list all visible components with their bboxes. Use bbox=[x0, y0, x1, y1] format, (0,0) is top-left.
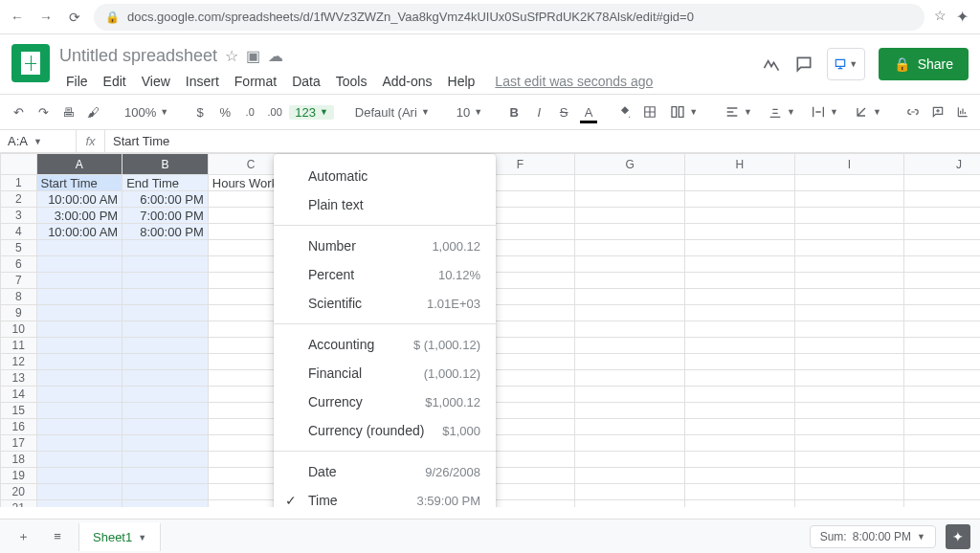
row-header[interactable]: 16 bbox=[1, 419, 37, 435]
fmt-currency[interactable]: Currency$1,000.12 bbox=[274, 387, 496, 416]
browser-address-bar[interactable]: 🔒 docs.google.com/spreadsheets/d/1fWVz3Z… bbox=[94, 4, 924, 31]
row-header[interactable]: 5 bbox=[1, 240, 37, 256]
cell[interactable] bbox=[575, 468, 685, 484]
cell[interactable] bbox=[794, 370, 904, 387]
cell[interactable] bbox=[122, 435, 209, 452]
cell[interactable] bbox=[794, 191, 904, 208]
cell[interactable] bbox=[575, 240, 685, 256]
cell[interactable] bbox=[794, 484, 904, 500]
row-header[interactable]: 21 bbox=[1, 500, 37, 508]
cell[interactable] bbox=[36, 305, 122, 321]
cell[interactable] bbox=[36, 403, 122, 419]
activity-icon[interactable] bbox=[762, 55, 781, 74]
fmt-plaintext[interactable]: Plain text bbox=[274, 190, 496, 219]
cell[interactable] bbox=[794, 452, 904, 468]
cell[interactable] bbox=[122, 240, 209, 256]
text-rotation-button[interactable]: ▼ bbox=[848, 104, 887, 120]
cell[interactable] bbox=[575, 273, 685, 289]
cell[interactable] bbox=[122, 273, 209, 289]
cell[interactable] bbox=[684, 403, 794, 419]
cell[interactable]: 3:00:00 PM bbox=[36, 208, 122, 224]
cell[interactable] bbox=[684, 224, 794, 240]
cell[interactable] bbox=[36, 354, 122, 370]
number-format-dropdown[interactable]: 123▼ bbox=[289, 105, 334, 120]
menu-help[interactable]: Help bbox=[441, 72, 482, 91]
col-header-I[interactable]: I bbox=[794, 154, 904, 175]
col-header-A[interactable]: A bbox=[36, 154, 122, 175]
cell[interactable] bbox=[684, 321, 794, 338]
cell[interactable] bbox=[122, 387, 209, 403]
cell[interactable] bbox=[575, 256, 685, 273]
cell[interactable] bbox=[575, 484, 685, 500]
cell[interactable] bbox=[904, 354, 980, 370]
cell[interactable] bbox=[122, 305, 209, 321]
cell[interactable] bbox=[122, 403, 209, 419]
cell[interactable] bbox=[904, 175, 980, 191]
cell[interactable] bbox=[36, 452, 122, 468]
cell[interactable] bbox=[684, 289, 794, 305]
cell[interactable] bbox=[904, 468, 980, 484]
cell[interactable] bbox=[904, 370, 980, 387]
h-align-button[interactable]: ▼ bbox=[719, 104, 758, 120]
insert-link-button[interactable] bbox=[902, 100, 924, 124]
bookmark-icon[interactable]: ☆ bbox=[934, 8, 947, 26]
cell[interactable] bbox=[122, 321, 209, 338]
col-header-H[interactable]: H bbox=[684, 154, 794, 175]
print-button[interactable]: 🖶 bbox=[57, 100, 78, 124]
cell[interactable] bbox=[122, 468, 209, 484]
cell[interactable] bbox=[794, 419, 904, 435]
cell[interactable] bbox=[794, 387, 904, 403]
row-header[interactable]: 10 bbox=[1, 321, 37, 338]
cell[interactable] bbox=[36, 240, 122, 256]
strikethrough-button[interactable]: S bbox=[553, 100, 574, 124]
cell[interactable] bbox=[684, 500, 794, 508]
v-align-button[interactable]: ▼ bbox=[762, 104, 801, 120]
comments-icon[interactable] bbox=[794, 55, 813, 74]
row-header[interactable]: 17 bbox=[1, 435, 37, 452]
fmt-financial[interactable]: Financial(1,000.12) bbox=[274, 359, 496, 387]
cell[interactable] bbox=[36, 370, 122, 387]
cell[interactable] bbox=[684, 256, 794, 273]
cell[interactable]: End Time bbox=[122, 175, 209, 191]
cell[interactable] bbox=[36, 500, 122, 508]
undo-button[interactable]: ↶ bbox=[8, 100, 29, 124]
zoom-dropdown[interactable]: 100%▼ bbox=[119, 105, 174, 120]
insert-comment-button[interactable] bbox=[927, 100, 948, 124]
cell[interactable] bbox=[794, 224, 904, 240]
col-header-B[interactable]: B bbox=[122, 154, 209, 175]
cell[interactable] bbox=[575, 370, 685, 387]
row-header[interactable]: 1 bbox=[1, 175, 37, 191]
cell[interactable] bbox=[904, 403, 980, 419]
text-wrap-button[interactable]: ▼ bbox=[805, 104, 844, 120]
fmt-number[interactable]: Number1,000.12 bbox=[274, 232, 496, 260]
cell[interactable] bbox=[36, 289, 122, 305]
italic-button[interactable]: I bbox=[528, 100, 549, 124]
sheet-tab[interactable]: Sheet1 ▼ bbox=[78, 522, 161, 551]
row-header[interactable]: 2 bbox=[1, 191, 37, 208]
cell[interactable] bbox=[684, 338, 794, 354]
quicksum-dropdown[interactable]: Sum: 8:00:00 PM ▼ bbox=[810, 525, 936, 548]
cell[interactable] bbox=[575, 191, 685, 208]
row-header[interactable]: 14 bbox=[1, 387, 37, 403]
menu-insert[interactable]: Insert bbox=[179, 72, 226, 91]
cell[interactable] bbox=[794, 500, 904, 508]
cell[interactable] bbox=[575, 500, 685, 508]
share-button[interactable]: 🔒 Share bbox=[879, 48, 969, 80]
cell[interactable] bbox=[794, 435, 904, 452]
cell[interactable]: 6:00:00 PM bbox=[122, 191, 209, 208]
menu-format[interactable]: Format bbox=[228, 72, 283, 91]
cell[interactable] bbox=[904, 452, 980, 468]
cell[interactable] bbox=[36, 338, 122, 354]
row-header[interactable]: 6 bbox=[1, 256, 37, 273]
browser-back-button[interactable]: ← bbox=[8, 10, 27, 25]
paint-format-button[interactable]: 🖌 bbox=[82, 100, 103, 124]
fmt-percent[interactable]: Percent10.12% bbox=[274, 260, 496, 289]
cell[interactable] bbox=[575, 289, 685, 305]
move-icon[interactable]: ▣ bbox=[246, 47, 260, 65]
cell[interactable] bbox=[794, 240, 904, 256]
cell[interactable] bbox=[904, 435, 980, 452]
cell[interactable] bbox=[684, 387, 794, 403]
currency-button[interactable]: $ bbox=[189, 100, 211, 124]
cell[interactable] bbox=[575, 354, 685, 370]
col-header-J[interactable]: J bbox=[904, 154, 980, 175]
